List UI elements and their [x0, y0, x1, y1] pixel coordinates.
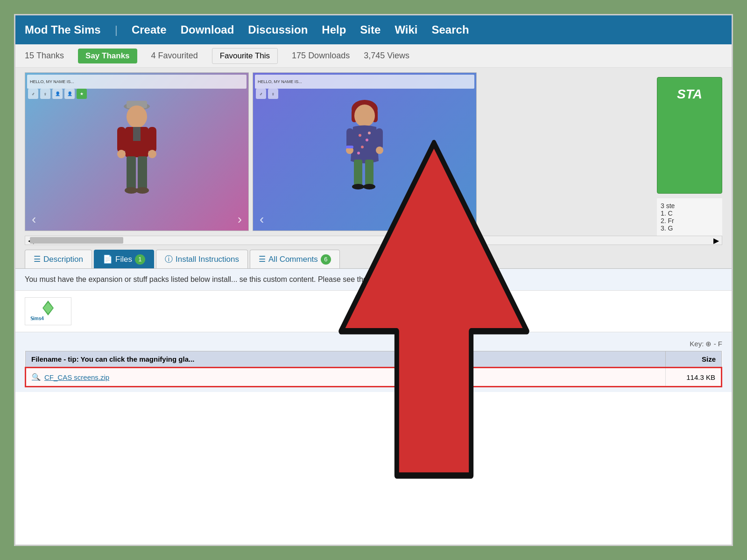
- file-row: 🔍 CF_CAS screens.zip 114.3 KB: [26, 368, 722, 387]
- svg-point-29: [352, 184, 364, 189]
- svg-rect-4: [133, 127, 141, 141]
- svg-point-30: [363, 184, 375, 189]
- thanks-count: 15 Thanks: [25, 51, 64, 61]
- say-thanks-button[interactable]: Say Thanks: [78, 49, 137, 63]
- downloads-count: 175 Downloads: [292, 51, 350, 61]
- file-table-section: Key: ⊕ - F Filename - tip: You can click…: [15, 332, 732, 392]
- nav-item-help[interactable]: Help: [322, 23, 346, 36]
- nav-brand[interactable]: Mod The Sims: [25, 23, 101, 36]
- screenshot-female: HELLO, MY NAME IS... ♂ ♀: [253, 72, 477, 231]
- magnify-icon: 🔍: [32, 373, 41, 381]
- svg-point-21: [357, 152, 360, 154]
- start-download-label: STA: [677, 87, 702, 102]
- nav-item-wiki[interactable]: Wiki: [395, 23, 417, 36]
- svg-point-12: [136, 187, 149, 194]
- list-icon: ☰: [34, 254, 41, 264]
- comments-icon: ☰: [259, 254, 266, 264]
- svg-point-7: [117, 150, 126, 158]
- svg-point-8: [148, 150, 156, 158]
- nav-item-create[interactable]: Create: [132, 23, 167, 36]
- svg-point-11: [125, 187, 138, 194]
- file-cell-name: 🔍 CF_CAS screens.zip: [26, 368, 666, 387]
- nav-item-site[interactable]: Site: [360, 23, 381, 36]
- screenshot-male: HELLO, MY NAME IS... ♂ ♀ 👤 👤 ★: [25, 72, 249, 231]
- tab-all-comments[interactable]: ☰ All Comments 6: [250, 250, 340, 268]
- files-badge: 1: [135, 254, 145, 265]
- svg-rect-26: [346, 146, 353, 148]
- column-header-size: Size: [666, 351, 722, 368]
- svg-point-20: [368, 132, 371, 134]
- screenshot-next-male[interactable]: ›: [238, 212, 242, 227]
- favourited-count: 4 Favourited: [151, 51, 198, 61]
- tab-files[interactable]: 📄 Files 1: [94, 250, 154, 268]
- sims4-logo-section: 𝕊ims4: [15, 291, 732, 332]
- scroll-thumb[interactable]: [30, 237, 123, 244]
- screenshot-prev-female[interactable]: ‹: [260, 212, 264, 227]
- nav-item-discussion[interactable]: Discussion: [248, 23, 308, 36]
- svg-point-17: [359, 134, 361, 137]
- stats-bar: 15 Thanks Say Thanks 4 Favourited Favour…: [15, 44, 732, 68]
- page-main: HELLO, MY NAME IS... ♂ ♀ 👤 👤 ★: [15, 68, 732, 545]
- tabs-container: ☰ Description 📄 Files 1 ⓘ Install Instru…: [15, 245, 732, 269]
- svg-rect-23: [376, 128, 383, 149]
- file-icon: 📄: [103, 254, 113, 264]
- download-steps: 3 ste 1. C 2. Fr 3. G: [657, 198, 722, 236]
- svg-rect-9: [127, 156, 136, 189]
- file-key-label: Key: ⊕ - F: [25, 337, 722, 351]
- screenshot-next-female[interactable]: ›: [465, 212, 470, 227]
- favourite-this-button[interactable]: Favourite This: [212, 48, 278, 64]
- tab-description[interactable]: ☰ Description: [25, 250, 92, 268]
- nav-item-download[interactable]: Download: [181, 23, 234, 36]
- file-table: Filename - tip: You can click the magnif…: [25, 351, 722, 387]
- content-description: You must have the expansion or stuff pac…: [15, 269, 732, 291]
- svg-point-25: [376, 147, 383, 154]
- screenshot-wrapper: HELLO, MY NAME IS... ♂ ♀ 👤 👤 ★: [25, 72, 651, 236]
- file-download-link[interactable]: 🔍 CF_CAS screens.zip: [32, 373, 660, 381]
- svg-point-2: [127, 105, 147, 128]
- sims4-logo: 𝕊ims4: [25, 297, 71, 325]
- views-count: 3,745 Views: [364, 51, 409, 61]
- svg-rect-5: [117, 127, 126, 153]
- svg-point-16: [354, 105, 375, 127]
- svg-rect-28: [365, 160, 374, 185]
- scroll-right-arrow[interactable]: ▶: [713, 236, 719, 245]
- screenshots-area: HELLO, MY NAME IS... ♂ ♀ 👤 👤 ★: [15, 68, 732, 236]
- tab-install-instructions[interactable]: ⓘ Install Instructions: [156, 250, 248, 268]
- screenshot-scrollbar[interactable]: ◀ ▶: [25, 236, 722, 245]
- screenshot-ui-bar-female: HELLO, MY NAME IS...: [255, 75, 474, 89]
- screenshot-prev-male[interactable]: ‹: [32, 212, 36, 227]
- svg-rect-6: [148, 127, 156, 153]
- svg-text:𝕊ims4: 𝕊ims4: [30, 316, 44, 321]
- column-header-filename: Filename - tip: You can click the magnif…: [26, 351, 666, 368]
- start-download-panel: STA: [657, 77, 722, 194]
- svg-point-18: [366, 139, 368, 141]
- svg-marker-32: [43, 302, 53, 314]
- svg-rect-10: [138, 156, 147, 189]
- screenshot-ui-bar-male: HELLO, MY NAME IS...: [27, 75, 247, 89]
- svg-point-19: [361, 146, 364, 148]
- question-icon: ⓘ: [165, 254, 173, 265]
- nav-bar: Mod The Sims | Create Download Discussio…: [15, 15, 732, 44]
- file-cell-size: 114.3 KB: [666, 368, 722, 387]
- svg-rect-27: [354, 160, 362, 185]
- content-area: You must have the expansion or stuff pac…: [15, 269, 732, 545]
- comments-badge: 6: [321, 254, 331, 265]
- nav-item-search[interactable]: Search: [432, 23, 469, 36]
